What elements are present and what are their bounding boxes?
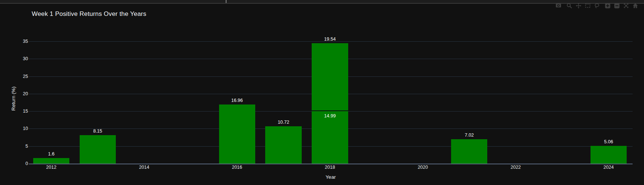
y-tick-label: 0	[0, 161, 28, 167]
bar-value-label-inside: 14.99	[313, 113, 346, 119]
pane-divider[interactable]	[226, 0, 226, 3]
x-axis-title: Year	[29, 174, 633, 180]
bar-2017[interactable]	[265, 126, 301, 164]
reset-axes-home-icon[interactable]	[632, 3, 638, 8]
bar-2021[interactable]	[451, 139, 487, 164]
x-tick-label: 2022	[499, 165, 532, 170]
x-tick-label: 2012	[35, 165, 68, 170]
x-tick-label: 2020	[406, 165, 439, 170]
autoscale-icon[interactable]	[623, 3, 629, 8]
bar-2018-seg1[interactable]	[312, 111, 348, 164]
bar-2024[interactable]	[591, 146, 627, 164]
bar-2013[interactable]	[80, 135, 116, 164]
bar-2016[interactable]	[219, 105, 255, 164]
y-tick-label: 10	[0, 126, 28, 131]
y-axis-title: Return (%)	[11, 86, 16, 110]
plotly-modebar	[555, 2, 638, 9]
zoom-in-icon[interactable]	[605, 3, 610, 8]
x-tick-label: 2024	[592, 165, 625, 170]
bar-value-label: 16.96	[221, 98, 254, 103]
x-tick-label: 2016	[221, 165, 254, 170]
y-tick-label: 20	[0, 91, 28, 97]
bar-2018-seg2[interactable]	[312, 43, 348, 112]
x-tick-label: 2014	[128, 165, 161, 170]
x-axis-zeroline	[29, 164, 633, 164]
camera-icon[interactable]	[555, 3, 561, 8]
bar-value-label: 5.06	[592, 139, 625, 144]
y-tick-label: 30	[0, 56, 28, 62]
y-tick-label: 25	[0, 73, 28, 79]
bar-value-label: 1.6	[35, 151, 68, 157]
window-top-strip	[0, 0, 644, 4]
y-tick-label: 35	[0, 38, 28, 44]
zoom-icon[interactable]	[566, 3, 572, 8]
bar-value-label: 19.54	[313, 37, 346, 42]
y-tick-label: 5	[0, 143, 28, 149]
chart-title: Week 1 Positive Returns Over the Years	[32, 10, 146, 18]
pan-icon[interactable]	[575, 3, 581, 8]
lasso-icon[interactable]	[594, 3, 600, 8]
bar-value-label: 10.72	[267, 120, 300, 125]
bar-value-label: 8.15	[81, 129, 114, 134]
box-select-icon[interactable]	[585, 3, 591, 8]
bar-2012[interactable]	[33, 158, 69, 164]
x-tick-label: 2018	[313, 165, 346, 170]
zoom-out-icon[interactable]	[614, 3, 620, 8]
bar-value-label: 7.02	[453, 133, 486, 138]
y-tick-label: 15	[0, 108, 28, 114]
